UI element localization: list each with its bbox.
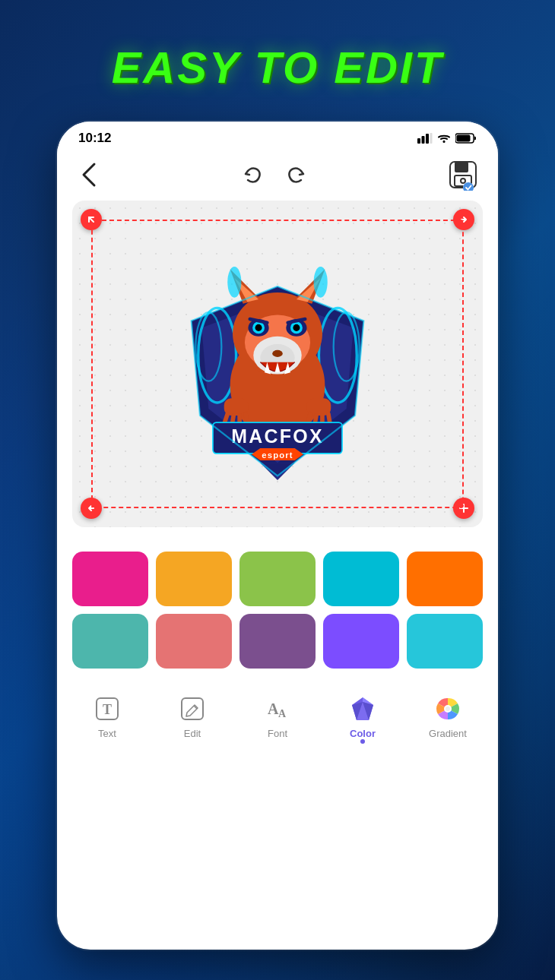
svg-text:A: A — [268, 700, 279, 717]
redo-button[interactable] — [282, 161, 309, 188]
tool-text[interactable]: T Text — [77, 694, 138, 739]
status-time: 10:12 — [78, 131, 111, 146]
save-button[interactable] — [446, 158, 480, 191]
svg-text:MACFOX: MACFOX — [231, 425, 324, 447]
status-bar: 10:12 — [57, 122, 498, 152]
svg-point-74 — [446, 707, 450, 711]
color-palette — [57, 536, 498, 684]
svg-point-29 — [314, 267, 328, 298]
color-swatch-violet[interactable] — [323, 614, 399, 669]
text-icon: T — [93, 694, 122, 723]
gradient-icon — [433, 694, 462, 723]
wifi-icon — [437, 133, 451, 144]
back-button[interactable] — [75, 161, 103, 188]
svg-rect-65 — [182, 698, 203, 719]
svg-rect-1 — [422, 136, 425, 144]
color-swatch-light-cyan[interactable] — [407, 614, 483, 669]
color-swatch-yellow[interactable] — [156, 552, 232, 606]
svg-text:A: A — [278, 708, 287, 719]
svg-text:esport: esport — [262, 450, 293, 460]
svg-point-28 — [227, 267, 241, 298]
phone-frame: 10:12 — [57, 122, 498, 950]
page-title: EASY TO EDIT — [0, 42, 555, 93]
color-swatch-red[interactable] — [156, 614, 232, 669]
color-swatch-green[interactable] — [239, 552, 316, 606]
color-label: Color — [350, 728, 376, 739]
gradient-label: Gradient — [429, 728, 467, 739]
logo-image[interactable]: MACFOX esport — [95, 223, 460, 504]
tool-edit[interactable]: Edit — [162, 694, 223, 739]
status-icons — [417, 133, 477, 144]
color-icon — [348, 694, 377, 723]
canvas-area: MACFOX esport — [72, 201, 483, 527]
svg-point-37 — [255, 324, 262, 331]
color-swatch-orange[interactable] — [407, 552, 483, 606]
svg-point-44 — [272, 350, 283, 357]
fox-logo-svg: MACFOX esport — [148, 235, 407, 493]
svg-point-4 — [443, 141, 446, 143]
color-swatch-teal[interactable] — [72, 614, 148, 669]
svg-rect-6 — [457, 135, 471, 142]
edit-icon — [178, 694, 207, 723]
svg-rect-8 — [455, 162, 468, 172]
text-label: Text — [98, 728, 116, 739]
tool-font[interactable]: A A Font — [247, 694, 308, 739]
battery-icon — [455, 133, 477, 144]
svg-rect-0 — [417, 138, 420, 144]
top-toolbar — [57, 152, 498, 201]
svg-point-10 — [461, 179, 465, 183]
color-swatch-cyan[interactable] — [323, 552, 399, 606]
color-swatch-purple[interactable] — [239, 614, 316, 669]
bottom-toolbar: T Text Edit A A Fon — [57, 684, 498, 754]
svg-text:T: T — [103, 702, 112, 717]
svg-rect-2 — [426, 134, 429, 144]
tool-color[interactable]: Color — [332, 694, 393, 739]
font-icon: A A — [263, 694, 292, 723]
edit-label: Edit — [184, 728, 201, 739]
color-swatch-pink[interactable] — [72, 552, 148, 606]
tool-gradient[interactable]: Gradient — [417, 694, 478, 739]
font-label: Font — [268, 728, 287, 739]
undo-button[interactable] — [239, 161, 267, 188]
svg-rect-3 — [430, 133, 433, 144]
signal-icon — [417, 133, 433, 144]
svg-point-38 — [293, 324, 300, 331]
